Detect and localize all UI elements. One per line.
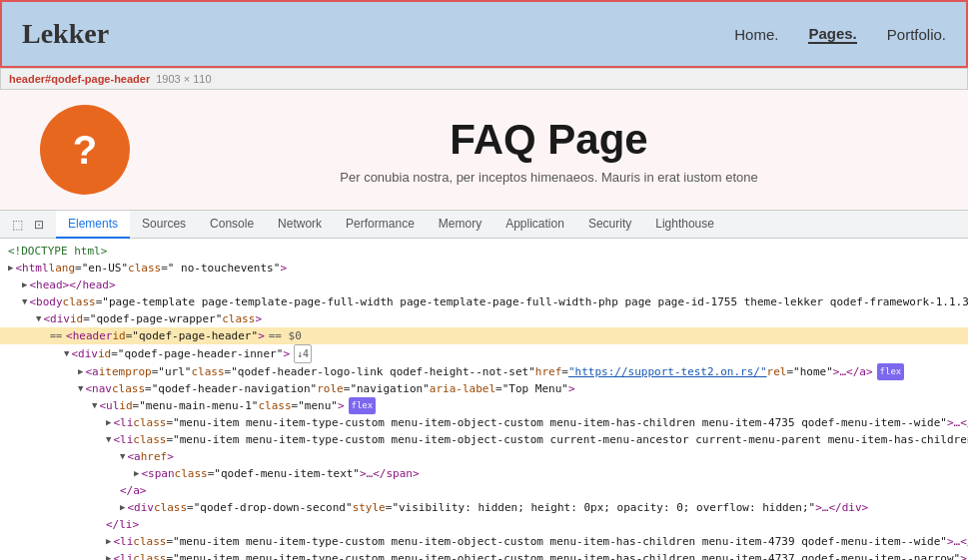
code-line-ul: ▼ <ul id="menu-main-menu-1" class="menu"… — [0, 397, 968, 414]
code-line-doctype: <!DOCTYPE html> — [0, 243, 968, 260]
tooltip-element-size: 1903 × 110 — [156, 73, 211, 85]
tab-console[interactable]: Console — [198, 211, 266, 239]
code-line-li-4736: ▼ <li class="menu-item menu-item-type-cu… — [0, 431, 968, 448]
faq-page-title: FAQ Page — [170, 116, 928, 164]
devtools-content[interactable]: <!DOCTYPE html> ▶ <html lang="en-US" cla… — [0, 239, 968, 560]
code-line-header-inner: ▼ <div id="qodef-page-header-inner"> ↓4 — [0, 344, 968, 363]
devtools-panel: ⬚ ⊡ Elements Sources Console Network Per… — [0, 210, 968, 560]
code-line-span-menu-text: ▶ <span class="qodef-menu-item-text">…</… — [0, 465, 968, 482]
question-mark-symbol: ? — [73, 128, 97, 173]
code-line-page-wrapper: ▼ <div id="qodef-page-wrapper" class> — [0, 310, 968, 327]
tab-network[interactable]: Network — [266, 211, 334, 239]
nav-home[interactable]: Home. — [734, 26, 778, 43]
tab-performance[interactable]: Performance — [334, 211, 427, 239]
tooltip-element-id: header#qodef-page-header — [9, 73, 150, 85]
code-line-li-4739: ▶ <li class="menu-item menu-item-type-cu… — [0, 533, 968, 550]
element-tooltip: header#qodef-page-header 1903 × 110 — [0, 68, 968, 90]
tab-elements[interactable]: Elements — [56, 211, 130, 239]
faq-icon-circle: ? — [40, 105, 130, 195]
page-preview: ? FAQ Page Per conubia nostra, per incep… — [0, 90, 968, 210]
code-line-header-highlighted[interactable]: == <header id="qodef-page-header"> == $0 — [0, 327, 968, 344]
code-line-a-close: </a> — [0, 482, 968, 499]
website-header: Lekker Home. Pages. Portfolio. — [0, 0, 968, 68]
tab-lighthouse[interactable]: Lighthouse — [643, 211, 726, 239]
code-line-li-4735: ▶ <li class="menu-item menu-item-type-cu… — [0, 414, 968, 431]
code-line-dropdown: ▶ <div class="qodef-drop-down-second" st… — [0, 499, 968, 516]
nav-pages[interactable]: Pages. — [808, 25, 856, 44]
code-line-nav: ▼ <nav class="qodef-header-navigation" r… — [0, 380, 968, 397]
code-line-body: ▼ <body class="page-template page-templa… — [0, 293, 968, 310]
faq-content-area: FAQ Page Per conubia nostra, per incepto… — [170, 116, 928, 185]
tab-security[interactable]: Security — [576, 211, 643, 239]
site-logo: Lekker — [22, 18, 109, 50]
tab-application[interactable]: Application — [493, 211, 576, 239]
code-line-head: ▶ <head></head> — [0, 277, 968, 293]
code-line-logo-link: ▶ <a itemprop="url" class="qodef-header-… — [0, 363, 968, 380]
site-navigation: Home. Pages. Portfolio. — [734, 25, 946, 44]
devtools-icon-group: ⬚ ⊡ — [8, 216, 48, 234]
code-line-html: ▶ <html lang="en-US" class=" no-toucheve… — [0, 260, 968, 277]
devtools-tabs-bar: ⬚ ⊡ Elements Sources Console Network Per… — [0, 211, 968, 239]
code-line-li-4737: ▶ <li class="menu-item menu-item-type-cu… — [0, 550, 968, 560]
code-line-li-close: </li> — [0, 516, 968, 533]
device-icon-btn[interactable]: ⊡ — [30, 216, 48, 234]
cursor-icon-btn[interactable]: ⬚ — [8, 216, 26, 234]
tab-sources[interactable]: Sources — [130, 211, 198, 239]
nav-portfolio[interactable]: Portfolio. — [887, 26, 946, 43]
faq-page-subtitle: Per conubia nostra, per inceptos himenae… — [170, 170, 928, 185]
tab-memory[interactable]: Memory — [427, 211, 493, 239]
code-line-a-href: ▼ <a href> — [0, 448, 968, 465]
